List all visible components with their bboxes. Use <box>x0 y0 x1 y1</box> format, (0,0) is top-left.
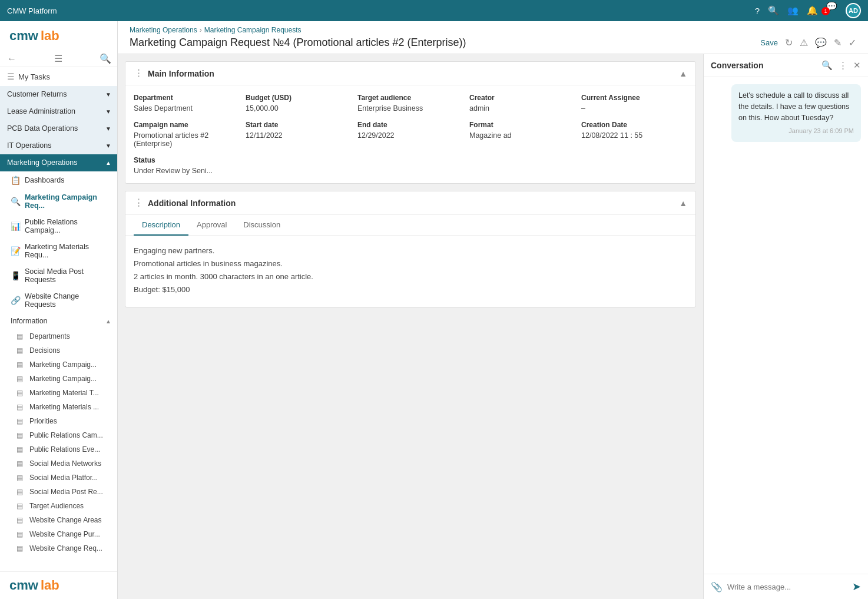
menu-icon[interactable]: ☰ <box>54 53 62 64</box>
info-sub-item[interactable]: ▤Marketing Materials ... <box>0 400 117 414</box>
information-section-header[interactable]: Information ▲ <box>0 313 117 329</box>
info-sub-item[interactable]: ▤Social Media Platfor... <box>0 471 117 485</box>
field-format: Format Magazine ad <box>469 121 575 148</box>
sidebar-item-marketing-operations[interactable]: Marketing Operations ▲ <box>0 154 117 171</box>
message-input[interactable] <box>727 583 847 591</box>
sidebar-item-dashboards[interactable]: 📋 Dashboards <box>0 171 117 189</box>
tab-description[interactable]: Description <box>134 215 188 236</box>
info-sub-item[interactable]: ▤Public Relations Eve... <box>0 442 117 456</box>
comment-icon[interactable]: 💬 <box>815 37 827 48</box>
breadcrumb: Marketing Operations › Marketing Campaig… <box>130 26 856 34</box>
refresh-icon[interactable]: ↻ <box>785 37 793 48</box>
info-label: Information <box>11 317 48 325</box>
field-target-audience: Target audience Enterprise Business <box>357 94 463 112</box>
topbar-title: CMW Platform <box>7 6 57 15</box>
sidebar-item-marketing-campaign-req[interactable]: 🔍 Marketing Campaign Req... <box>0 189 117 214</box>
conversation-panel: Conversation 🔍 ⋮ ✕ Let's schedule a call… <box>703 54 868 599</box>
label-creator: Creator <box>469 94 575 102</box>
info-sub-item[interactable]: ▤Website Change Areas <box>0 513 117 527</box>
save-button[interactable]: Save <box>760 38 778 47</box>
value-creation-date: 12/08/2022 11 : 55 <box>581 131 687 140</box>
table-icon: ▤ <box>16 346 25 355</box>
sidebar-item-website-change-requests[interactable]: 🔗 Website Change Requests <box>0 288 117 313</box>
sidebar-item-lease-administration[interactable]: Lease Administration ▼ <box>0 103 117 120</box>
info-sub-item[interactable]: ▤Decisions <box>0 343 117 358</box>
info-sub-item[interactable]: ▤Priorities <box>0 414 117 428</box>
conversation-header: Conversation 🔍 ⋮ ✕ <box>704 54 868 77</box>
edit-icon[interactable]: ✎ <box>834 37 842 48</box>
conv-more-icon[interactable]: ⋮ <box>839 60 847 71</box>
conv-close-icon[interactable]: ✕ <box>853 60 861 71</box>
sidebar-item-public-relations[interactable]: 📊 Public Relations Campaig... <box>0 214 117 239</box>
dashboard-icon: 📋 <box>11 176 20 185</box>
conv-search-icon[interactable]: 🔍 <box>821 60 833 71</box>
sidebar-item-customer-returns[interactable]: Customer Returns ▼ <box>0 86 117 103</box>
main-information-card: ⋮ Main Information ▲ Department Sales De… <box>125 61 696 184</box>
info-sub-item[interactable]: ▤Marketing Material T... <box>0 386 117 400</box>
info-sub-item[interactable]: ▤Website Change Req... <box>0 541 117 555</box>
field-status: Status Under Review by Seni... <box>134 156 687 175</box>
main-area: Marketing Operations › Marketing Campaig… <box>118 21 868 599</box>
breadcrumb-marketing-ops[interactable]: Marketing Operations <box>130 26 197 34</box>
info-sub-item[interactable]: ▤Public Relations Cam... <box>0 428 117 442</box>
info-sub-item[interactable]: ▤Website Change Pur... <box>0 527 117 541</box>
label-current-assignee: Current Assignee <box>581 94 687 102</box>
notification-badge: 1 <box>821 7 830 15</box>
sidebar-item-it-operations[interactable]: IT Operations ▼ <box>0 137 117 154</box>
table-icon: ▤ <box>16 360 25 369</box>
conversation-timestamp: January 23 at 6:09 PM <box>738 126 854 136</box>
attach-icon[interactable]: 📎 <box>711 581 723 593</box>
sidebar-my-tasks[interactable]: ☰ My Tasks <box>0 67 117 86</box>
checkmark-icon[interactable]: ✓ <box>849 37 856 48</box>
table-icon: ▤ <box>16 403 25 411</box>
main-info-grid: Department Sales Department Budget (USD)… <box>134 94 687 148</box>
tab-discussion[interactable]: Discussion <box>235 215 289 236</box>
social-icon: 📱 <box>11 271 20 280</box>
collapse-main-info-icon[interactable]: ▲ <box>679 69 687 78</box>
info-sub-item[interactable]: ▤Departments <box>0 329 117 343</box>
info-sub-item[interactable]: ▤Marketing Campaig... <box>0 372 117 386</box>
warning-icon[interactable]: ⚠ <box>800 37 808 48</box>
additional-info-tabs-row: Description Approval Discussion <box>125 215 695 236</box>
conversation-message: Let's schedule a call to discuss all the… <box>738 91 849 122</box>
info-sub-item[interactable]: ▤Social Media Post Re... <box>0 485 117 499</box>
sidebar-bottom-logo: cmw lab <box>0 571 117 599</box>
sidebar-search-icon[interactable]: 🔍 <box>100 53 111 64</box>
collapse-additional-info-icon[interactable]: ▲ <box>679 198 687 208</box>
help-icon[interactable]: ? <box>755 6 760 16</box>
drag-handle-icon-2[interactable]: ⋮ <box>134 197 143 209</box>
website-icon: 🔗 <box>11 296 20 305</box>
info-sub-item[interactable]: ▤Target Audiences <box>0 499 117 513</box>
table-icon: ▤ <box>16 445 25 454</box>
back-icon[interactable]: ← <box>7 54 16 64</box>
main-info-title: ⋮ Main Information <box>134 68 214 79</box>
sidebar-item-pcb-data-operations[interactable]: PCB Data Operations ▼ <box>0 120 117 137</box>
search-icon[interactable]: 🔍 <box>768 5 779 16</box>
table-icon: ▤ <box>16 544 25 552</box>
info-sub-item[interactable]: ▤Marketing Campaig... <box>0 358 117 372</box>
label-format: Format <box>469 121 575 129</box>
bottom-logo-cmw: cmw <box>9 578 38 593</box>
drag-handle-icon[interactable]: ⋮ <box>134 68 143 79</box>
avatar[interactable]: AD <box>846 3 861 18</box>
sidebar-item-marketing-materials[interactable]: 📝 Marketing Materials Requ... <box>0 239 117 263</box>
label-target-audience: Target audience <box>357 94 463 102</box>
chevron-up-icon: ▲ <box>105 318 111 325</box>
tab-approval[interactable]: Approval <box>188 215 235 236</box>
bell-icon[interactable]: 🔔 <box>807 5 818 16</box>
table-icon: ▤ <box>16 530 25 538</box>
main-info-card-body: Department Sales Department Budget (USD)… <box>125 85 695 183</box>
field-department: Department Sales Department <box>134 94 240 112</box>
table-icon: ▤ <box>16 389 25 397</box>
additional-info-title: ⋮ Additional Information <box>134 197 236 209</box>
sidebar-item-social-media-posts[interactable]: 📱 Social Media Post Requests <box>0 263 117 288</box>
info-sub-item[interactable]: ▤Social Media Networks <box>0 456 117 471</box>
field-current-assignee: Current Assignee – <box>581 94 687 112</box>
breadcrumb-campaign-requests[interactable]: Marketing Campaign Requests <box>204 26 302 34</box>
description-box: Engaging new partners. Promotional artic… <box>125 236 695 307</box>
page-title: Marketing Campaign Request №4 (Promotion… <box>130 37 466 49</box>
field-budget: Budget (USD) 15,000.00 <box>246 94 352 112</box>
send-icon[interactable]: ➤ <box>852 580 861 593</box>
conversation-body: Let's schedule a call to discuss all the… <box>704 77 868 574</box>
users-icon[interactable]: 👥 <box>787 5 799 16</box>
